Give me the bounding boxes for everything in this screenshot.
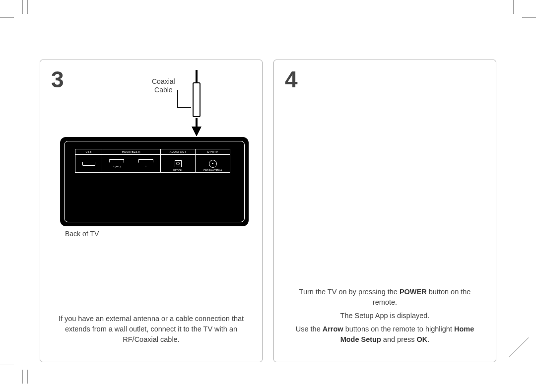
coaxial-cable-label: Coaxial Cable [152, 77, 175, 94]
usb-header: USB [75, 149, 102, 155]
step-4-p2: The Setup App is displayed. [287, 311, 483, 321]
bold-text: POWER [400, 288, 427, 296]
crop-mark [522, 17, 536, 18]
hdmi-port-group: HDMI (BEST) 1 (ARC) 2 [102, 149, 161, 173]
crop-mark [513, 0, 514, 14]
cable-antenna-label: CABLE/ANTENNA [196, 169, 230, 172]
step-3-paragraph: If you have an external antenna or a cab… [53, 314, 249, 345]
optical-port-icon [175, 160, 182, 167]
text: buttons on the remote to highlight [343, 325, 454, 333]
panels-row: 3 Coaxial Cable USB [40, 60, 496, 362]
coax-l2: Cable [154, 86, 173, 94]
optical-label: OPTICAL [161, 169, 195, 172]
dtv-port-group: DTV/TV CABLE/ANTENNA [196, 149, 230, 173]
hdmi-port-icon [109, 159, 124, 164]
text: Use the [296, 325, 323, 333]
corner-diagonal [509, 337, 529, 357]
port-panel: USB HDMI (BEST) 1 (ARC) [75, 149, 234, 173]
coaxial-cable-icon [192, 70, 201, 143]
crop-mark [22, 370, 23, 384]
crop-mark [0, 17, 14, 18]
step-4-panel: 4 Turn the TV on by pressing the POWER b… [273, 60, 496, 362]
tv-back-graphic: USB HDMI (BEST) 1 (ARC) [60, 137, 249, 226]
step-4-text: Turn the TV on by pressing the POWER but… [284, 287, 486, 352]
crop-mark [27, 0, 28, 14]
dtv-header: DTV/TV [196, 149, 230, 155]
crop-mark [0, 365, 14, 365]
step-4-p3: Use the Arrow buttons on the remote to h… [287, 324, 483, 345]
hdmi1-label: 1 (ARC) [113, 165, 121, 168]
label-leader-line [177, 90, 191, 108]
text: Turn the TV on by pressing the [299, 288, 400, 296]
step-3-text: If you have an external antenna or a cab… [50, 314, 252, 352]
page: 3 Coaxial Cable USB [30, 20, 506, 362]
step-3-panel: 3 Coaxial Cable USB [40, 60, 263, 362]
bold-text: Arrow [323, 325, 343, 333]
hdmi-port-icon [138, 159, 153, 164]
back-of-tv-label: Back of TV [65, 230, 99, 238]
coax-l1: Coaxial [152, 77, 175, 85]
step-4-p1: Turn the TV on by pressing the POWER but… [287, 287, 483, 308]
step-number: 4 [285, 66, 298, 93]
text: . [427, 335, 429, 343]
crop-mark [27, 370, 28, 384]
hdmi2-label: 2 [145, 165, 146, 168]
arrow-down-icon [192, 127, 201, 136]
coax-port-icon [209, 160, 217, 168]
audio-header: AUDIO OUT [161, 149, 195, 155]
crop-mark [22, 0, 23, 14]
audio-port-group: AUDIO OUT OPTICAL [161, 149, 196, 173]
usb-port-icon [82, 162, 95, 166]
diagram-area: Coaxial Cable USB [50, 70, 252, 234]
bold-text: OK [417, 335, 428, 343]
usb-port-group: USB [75, 149, 102, 173]
text: and press [381, 335, 417, 343]
hdmi-header: HDMI (BEST) [102, 149, 160, 155]
